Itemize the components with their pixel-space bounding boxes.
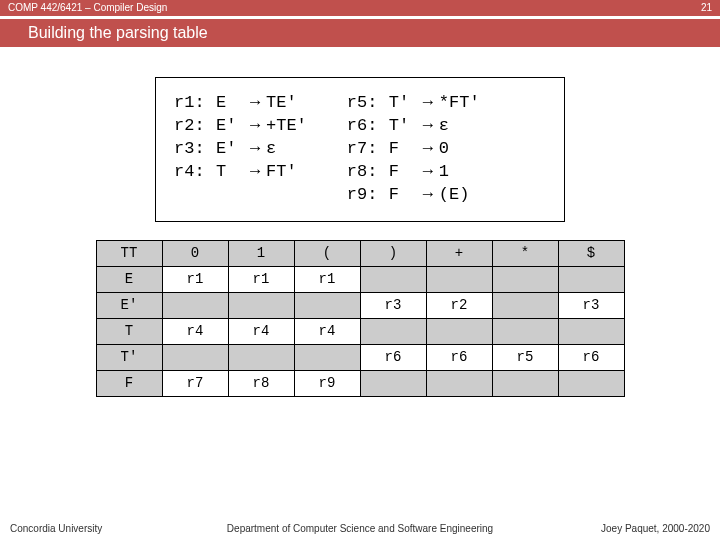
table-row: Tr4r4r4 — [96, 318, 624, 344]
nonterminal-cell: E — [96, 266, 162, 292]
rule-rhs: ε — [439, 115, 449, 138]
rule-id: r9: — [347, 184, 389, 207]
nonterminal-cell: T — [96, 318, 162, 344]
table-cell — [294, 292, 360, 318]
table-cell: r4 — [228, 318, 294, 344]
table-cell: r3 — [360, 292, 426, 318]
rule-row: r8:F→1 — [347, 161, 480, 184]
arrow-icon: → — [417, 184, 439, 207]
rule-rhs: TE' — [266, 92, 297, 115]
table-cell — [360, 370, 426, 396]
table-cell: r2 — [426, 292, 492, 318]
table-cell: r6 — [558, 344, 624, 370]
table-cell: r6 — [426, 344, 492, 370]
rule-id: r6: — [347, 115, 389, 138]
table-cell: r5 — [492, 344, 558, 370]
page-number: 21 — [701, 0, 712, 16]
rule-id: r1: — [174, 92, 216, 115]
table-cell — [228, 344, 294, 370]
table-cell — [492, 266, 558, 292]
table-header: 0 — [162, 240, 228, 266]
table-header: + — [426, 240, 492, 266]
rule-row: r1:E→TE' — [174, 92, 307, 115]
rule-row: r9:F→(E) — [347, 184, 480, 207]
footer-left: Concordia University — [10, 523, 102, 534]
rule-lhs: F — [389, 161, 417, 184]
arrow-icon: → — [244, 92, 266, 115]
arrow-icon: → — [244, 138, 266, 161]
rule-lhs: T' — [389, 92, 417, 115]
table-header: * — [492, 240, 558, 266]
table-cell — [426, 370, 492, 396]
footer: Concordia University Department of Compu… — [0, 523, 720, 534]
rule-id: r7: — [347, 138, 389, 161]
table-cell — [360, 266, 426, 292]
table-header: ) — [360, 240, 426, 266]
table-cell: r1 — [162, 266, 228, 292]
rule-lhs: T — [216, 161, 244, 184]
rule-row: r6:T'→ε — [347, 115, 480, 138]
arrow-icon: → — [417, 115, 439, 138]
slide-title: Building the parsing table — [0, 19, 720, 47]
table-cell: r4 — [162, 318, 228, 344]
nonterminal-cell: E' — [96, 292, 162, 318]
table-cell: r3 — [558, 292, 624, 318]
rules-left-col: r1:E→TE'r2:E'→+TE'r3:E'→εr4:T→FT' — [174, 92, 307, 207]
table-cell: r7 — [162, 370, 228, 396]
table-cell — [558, 318, 624, 344]
rule-rhs: FT' — [266, 161, 297, 184]
rule-rhs: +TE' — [266, 115, 307, 138]
parsing-table: TT01()+*$ Er1r1r1E'r3r2r3Tr4r4r4T'r6r6r5… — [96, 240, 625, 397]
rule-row: r2:E'→+TE' — [174, 115, 307, 138]
rule-lhs: T' — [389, 115, 417, 138]
rule-id: r5: — [347, 92, 389, 115]
table-row: E'r3r2r3 — [96, 292, 624, 318]
rule-lhs: E — [216, 92, 244, 115]
rule-id: r3: — [174, 138, 216, 161]
table-cell — [492, 292, 558, 318]
rule-lhs: E' — [216, 138, 244, 161]
rule-row: r3:E'→ε — [174, 138, 307, 161]
table-header: $ — [558, 240, 624, 266]
table-cell — [228, 292, 294, 318]
table-cell — [558, 266, 624, 292]
table-row: T'r6r6r5r6 — [96, 344, 624, 370]
rules-right-col: r5:T'→*FT'r6:T'→εr7:F→0r8:F→1r9:F→(E) — [347, 92, 480, 207]
table-cell — [162, 344, 228, 370]
rule-rhs: ε — [266, 138, 276, 161]
rule-rhs: (E) — [439, 184, 470, 207]
rule-lhs: E' — [216, 115, 244, 138]
table-cell — [492, 318, 558, 344]
rule-id: r2: — [174, 115, 216, 138]
table-row: Er1r1r1 — [96, 266, 624, 292]
table-header: TT — [96, 240, 162, 266]
arrow-icon: → — [417, 92, 439, 115]
grammar-rules-box: r1:E→TE'r2:E'→+TE'r3:E'→εr4:T→FT' r5:T'→… — [155, 77, 565, 222]
nonterminal-cell: T' — [96, 344, 162, 370]
table-header: 1 — [228, 240, 294, 266]
table-cell — [426, 266, 492, 292]
rule-lhs: F — [389, 184, 417, 207]
table-cell: r8 — [228, 370, 294, 396]
arrow-icon: → — [244, 115, 266, 138]
footer-right: Joey Paquet, 2000-2020 — [601, 523, 710, 534]
nonterminal-cell: F — [96, 370, 162, 396]
arrow-icon: → — [417, 138, 439, 161]
table-cell: r1 — [294, 266, 360, 292]
arrow-icon: → — [244, 161, 266, 184]
table-cell: r1 — [228, 266, 294, 292]
table-header: ( — [294, 240, 360, 266]
rule-lhs: F — [389, 138, 417, 161]
rule-rhs: *FT' — [439, 92, 480, 115]
arrow-icon: → — [417, 161, 439, 184]
rule-row: r4:T→FT' — [174, 161, 307, 184]
rule-row: r5:T'→*FT' — [347, 92, 480, 115]
table-cell — [162, 292, 228, 318]
table-cell: r9 — [294, 370, 360, 396]
course-code: COMP 442/6421 – Compiler Design — [8, 0, 167, 16]
table-cell: r6 — [360, 344, 426, 370]
rule-id: r4: — [174, 161, 216, 184]
table-cell — [360, 318, 426, 344]
table-cell — [294, 344, 360, 370]
rule-rhs: 1 — [439, 161, 449, 184]
